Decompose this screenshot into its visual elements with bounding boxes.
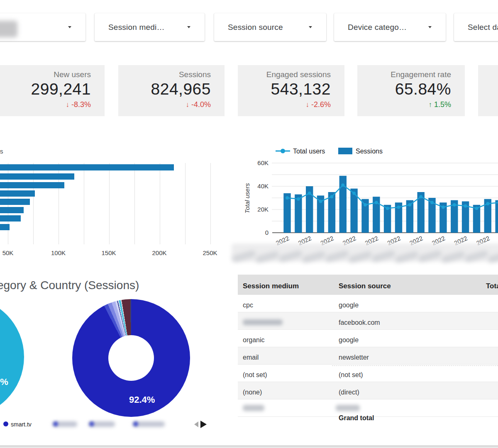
svg-text:60K: 60K: [257, 159, 269, 166]
svg-text:0: 0: [265, 229, 269, 236]
svg-text:40K: 40K: [257, 183, 269, 190]
svg-text:20K: 20K: [257, 206, 269, 213]
svg-text:Total users: Total users: [293, 148, 325, 155]
svg-text:Total users: Total users: [245, 183, 251, 213]
svg-text:Sessions: Sessions: [356, 148, 383, 155]
